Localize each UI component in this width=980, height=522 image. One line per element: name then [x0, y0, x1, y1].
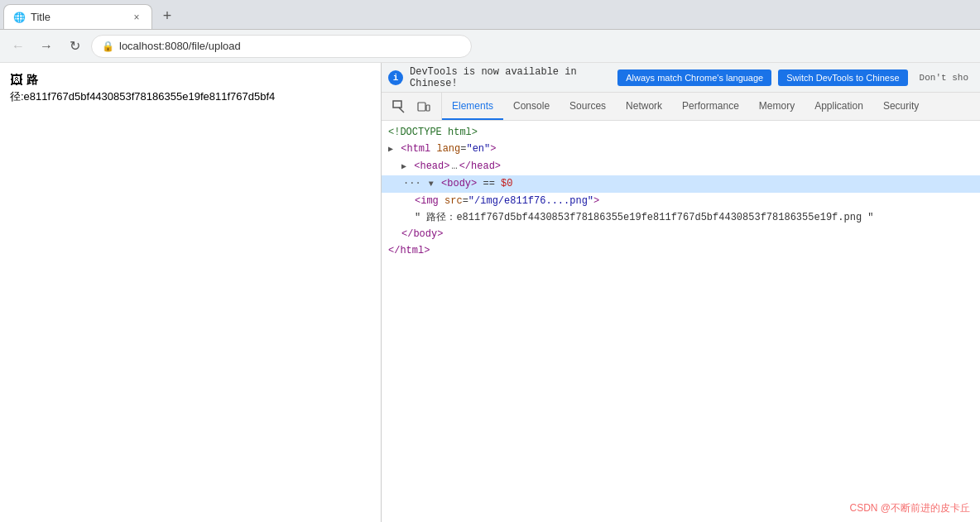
info-icon: i — [388, 70, 403, 85]
html-line-html-close: </html> — [382, 242, 980, 259]
dismiss-notification-button[interactable]: Don't sho — [915, 69, 973, 86]
tab-performance[interactable]: Performance — [672, 93, 749, 120]
forward-button[interactable]: → — [35, 35, 58, 58]
html-line-path-text: " 路径：e811f767d5bf4430853f78186355e19fe81… — [382, 209, 980, 226]
devtools-html-content: <!DOCTYPE html> ▶ <html lang="en"> ▶ <he… — [382, 121, 980, 522]
lock-icon: 🔒 — [102, 41, 114, 52]
reload-button[interactable]: ↻ — [63, 35, 86, 58]
notification-bar: i DevTools is now available in Chinese! … — [382, 63, 980, 93]
svg-rect-3 — [426, 105, 430, 111]
devtools-toolbar: Elements Console Sources Network Perform… — [382, 93, 980, 121]
main-area: 🖼 路 径:e811f767d5bf4430853f78186355e19fe8… — [0, 63, 980, 522]
page-image-icon: 🖼 路 — [10, 73, 371, 88]
address-bar: ← → ↻ 🔒 localhost:8080/file/upload — [0, 30, 980, 63]
always-match-language-button[interactable]: Always match Chrome's language — [617, 69, 771, 86]
switch-to-chinese-button[interactable]: Switch DevTools to Chinese — [778, 69, 907, 86]
expand-head-icon[interactable]: ▶ — [401, 162, 406, 171]
path-label: 路 — [26, 73, 38, 88]
tab-memory[interactable]: Memory — [749, 93, 805, 120]
tab-close-icon[interactable]: × — [130, 11, 143, 24]
devtools-panel: i DevTools is now available in Chinese! … — [381, 63, 980, 522]
html-line-body-close: </body> — [382, 226, 980, 242]
svg-rect-0 — [393, 101, 401, 108]
path-value-text: 径:e811f767d5bf4430853f78186355e19fe811f7… — [10, 89, 371, 104]
watermark-text: CSDN @不断前进的皮卡丘 — [849, 501, 970, 515]
inspect-element-icon[interactable] — [388, 96, 410, 117]
svg-rect-2 — [418, 103, 425, 111]
tab-favicon-icon: 🌐 — [12, 11, 26, 24]
address-input[interactable]: 🔒 localhost:8080/file/upload — [91, 35, 472, 58]
broken-image-icon: 🖼 — [10, 73, 23, 88]
expand-html-icon[interactable]: ▶ — [388, 145, 393, 154]
tab-bar: 🌐 Title × + — [0, 0, 980, 30]
tab-network[interactable]: Network — [616, 93, 672, 120]
tab-application[interactable]: Application — [805, 93, 873, 120]
back-button[interactable]: ← — [7, 35, 30, 58]
html-line-doctype: <!DOCTYPE html> — [382, 124, 980, 141]
svg-line-1 — [399, 108, 404, 113]
html-line-img[interactable]: <img src="/img/e811f76....png"> — [382, 193, 980, 209]
body-toggle-dots[interactable]: ··· — [403, 178, 421, 189]
html-line-head[interactable]: ▶ <head>…</head> — [382, 158, 980, 175]
device-toolbar-icon[interactable] — [413, 96, 435, 117]
devtools-icon-buttons — [382, 93, 442, 120]
tab-elements[interactable]: Elements — [442, 93, 503, 120]
tab-title: Title — [31, 11, 125, 23]
html-line-body[interactable]: ··· ▼ <body> == $0 — [382, 175, 980, 193]
tab-console[interactable]: Console — [503, 93, 560, 120]
notification-text: DevTools is now available in Chinese! — [410, 66, 611, 89]
img-src-value: "/img/e811f76....png" — [468, 195, 593, 207]
new-tab-button[interactable]: + — [156, 4, 179, 27]
browser-tab[interactable]: 🌐 Title × — [3, 4, 152, 29]
page-content: 🖼 路 径:e811f767d5bf4430853f78186355e19fe8… — [0, 63, 381, 522]
devtools-tabs: Elements Console Sources Network Perform… — [442, 93, 980, 120]
tab-security[interactable]: Security — [873, 93, 929, 120]
tab-sources[interactable]: Sources — [560, 93, 616, 120]
browser-frame: 🌐 Title × + ← → ↻ 🔒 localhost:8080/file/… — [0, 0, 980, 522]
expand-body-icon[interactable]: ▼ — [429, 180, 434, 189]
html-line-html-open[interactable]: ▶ <html lang="en"> — [382, 141, 980, 158]
url-text: localhost:8080/file/upload — [119, 40, 241, 52]
